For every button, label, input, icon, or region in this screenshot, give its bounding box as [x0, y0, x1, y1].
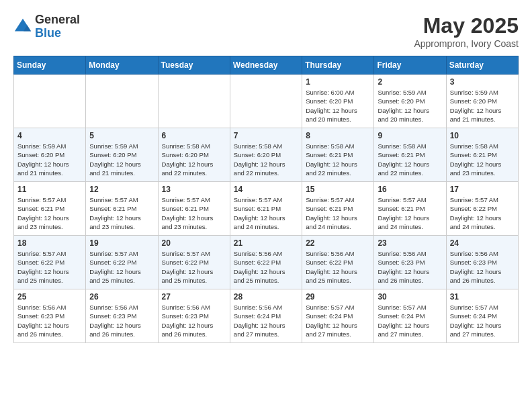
- calendar-cell: 17Sunrise: 5:57 AM Sunset: 6:22 PM Dayli…: [446, 182, 518, 236]
- day-info: Sunrise: 5:56 AM Sunset: 6:23 PM Dayligh…: [89, 303, 154, 338]
- header-day-saturday: Saturday: [446, 56, 518, 75]
- calendar-cell: 27Sunrise: 5:56 AM Sunset: 6:23 PM Dayli…: [158, 289, 230, 343]
- day-number: 4: [17, 131, 82, 140]
- header-day-sunday: Sunday: [14, 56, 86, 75]
- calendar-cell: 7Sunrise: 5:58 AM Sunset: 6:20 PM Daylig…: [230, 128, 302, 182]
- day-number: 23: [378, 238, 442, 248]
- calendar-cell: 3Sunrise: 5:59 AM Sunset: 6:20 PM Daylig…: [446, 75, 518, 128]
- calendar-cell: 21Sunrise: 5:56 AM Sunset: 6:22 PM Dayli…: [230, 236, 302, 289]
- day-info: Sunrise: 5:57 AM Sunset: 6:21 PM Dayligh…: [234, 195, 298, 231]
- calendar-cell: 2Sunrise: 5:59 AM Sunset: 6:20 PM Daylig…: [374, 75, 446, 128]
- calendar-cell: 8Sunrise: 5:58 AM Sunset: 6:21 PM Daylig…: [302, 128, 374, 182]
- day-number: 21: [234, 238, 298, 248]
- header-day-friday: Friday: [374, 56, 446, 75]
- day-info: Sunrise: 5:58 AM Sunset: 6:21 PM Dayligh…: [450, 142, 515, 177]
- calendar-cell: 1Sunrise: 6:00 AM Sunset: 6:20 PM Daylig…: [302, 75, 374, 128]
- day-info: Sunrise: 5:56 AM Sunset: 6:23 PM Dayligh…: [17, 303, 82, 338]
- calendar-cell: 22Sunrise: 5:56 AM Sunset: 6:22 PM Dayli…: [302, 236, 374, 289]
- day-number: 6: [162, 131, 226, 140]
- day-info: Sunrise: 5:58 AM Sunset: 6:20 PM Dayligh…: [162, 142, 226, 177]
- calendar-cell: 31Sunrise: 5:57 AM Sunset: 6:24 PM Dayli…: [446, 289, 518, 343]
- calendar-cell: 30Sunrise: 5:57 AM Sunset: 6:24 PM Dayli…: [374, 289, 446, 343]
- logo-general-text: General: [35, 13, 80, 27]
- logo: General Blue: [13, 13, 80, 40]
- calendar-cell: [86, 75, 158, 128]
- calendar-cell: 19Sunrise: 5:57 AM Sunset: 6:22 PM Dayli…: [86, 236, 158, 289]
- calendar-cell: 26Sunrise: 5:56 AM Sunset: 6:23 PM Dayli…: [86, 289, 158, 343]
- calendar-cell: 4Sunrise: 5:59 AM Sunset: 6:20 PM Daylig…: [14, 128, 86, 182]
- title-block: May 2025 Apprompron, Ivory Coast: [414, 13, 519, 49]
- day-number: 26: [89, 292, 154, 302]
- logo-icon: [13, 17, 32, 36]
- day-info: Sunrise: 5:56 AM Sunset: 6:24 PM Dayligh…: [234, 303, 298, 338]
- day-info: Sunrise: 5:57 AM Sunset: 6:21 PM Dayligh…: [162, 195, 226, 231]
- day-info: Sunrise: 5:57 AM Sunset: 6:21 PM Dayligh…: [89, 195, 154, 231]
- day-number: 17: [450, 185, 515, 194]
- day-number: 25: [17, 292, 82, 302]
- calendar-cell: 24Sunrise: 5:56 AM Sunset: 6:23 PM Dayli…: [446, 236, 518, 289]
- day-number: 14: [234, 185, 298, 194]
- day-info: Sunrise: 5:57 AM Sunset: 6:24 PM Dayligh…: [306, 303, 370, 338]
- day-info: Sunrise: 5:57 AM Sunset: 6:22 PM Dayligh…: [89, 249, 154, 285]
- calendar-week-4: 18Sunrise: 5:57 AM Sunset: 6:22 PM Dayli…: [14, 236, 519, 289]
- day-info: Sunrise: 5:59 AM Sunset: 6:20 PM Dayligh…: [89, 142, 154, 177]
- calendar-cell: 10Sunrise: 5:58 AM Sunset: 6:21 PM Dayli…: [446, 128, 518, 182]
- header-day-wednesday: Wednesday: [230, 56, 302, 75]
- day-number: 15: [306, 185, 370, 194]
- calendar-body: 1Sunrise: 6:00 AM Sunset: 6:20 PM Daylig…: [14, 75, 519, 343]
- day-info: Sunrise: 5:56 AM Sunset: 6:23 PM Dayligh…: [378, 249, 442, 285]
- day-info: Sunrise: 5:57 AM Sunset: 6:21 PM Dayligh…: [306, 195, 370, 231]
- calendar-cell: [14, 75, 86, 128]
- day-number: 22: [306, 238, 370, 248]
- calendar-week-5: 25Sunrise: 5:56 AM Sunset: 6:23 PM Dayli…: [14, 289, 519, 343]
- day-number: 1: [306, 77, 370, 87]
- day-number: 9: [378, 131, 442, 140]
- day-info: Sunrise: 5:58 AM Sunset: 6:21 PM Dayligh…: [378, 142, 442, 177]
- day-number: 18: [17, 238, 82, 248]
- day-info: Sunrise: 5:57 AM Sunset: 6:22 PM Dayligh…: [162, 249, 226, 285]
- day-info: Sunrise: 5:57 AM Sunset: 6:21 PM Dayligh…: [378, 195, 442, 231]
- day-info: Sunrise: 5:57 AM Sunset: 6:24 PM Dayligh…: [378, 303, 442, 338]
- day-number: 12: [89, 185, 154, 194]
- calendar-cell: 9Sunrise: 5:58 AM Sunset: 6:21 PM Daylig…: [374, 128, 446, 182]
- day-number: 27: [162, 292, 226, 302]
- day-info: Sunrise: 5:58 AM Sunset: 6:20 PM Dayligh…: [234, 142, 298, 177]
- calendar-cell: 14Sunrise: 5:57 AM Sunset: 6:21 PM Dayli…: [230, 182, 302, 236]
- day-info: Sunrise: 5:59 AM Sunset: 6:20 PM Dayligh…: [17, 142, 82, 177]
- day-number: 5: [89, 131, 154, 140]
- header-day-tuesday: Tuesday: [158, 56, 230, 75]
- day-number: 28: [234, 292, 298, 302]
- calendar-table: SundayMondayTuesdayWednesdayThursdayFrid…: [13, 56, 519, 343]
- calendar-cell: 11Sunrise: 5:57 AM Sunset: 6:21 PM Dayli…: [14, 182, 86, 236]
- day-number: 3: [450, 77, 515, 87]
- day-number: 19: [89, 238, 154, 248]
- page-header: General Blue May 2025 Apprompron, Ivory …: [13, 13, 519, 49]
- day-info: Sunrise: 5:58 AM Sunset: 6:21 PM Dayligh…: [306, 142, 370, 177]
- location-subtitle: Apprompron, Ivory Coast: [414, 38, 519, 49]
- day-number: 30: [378, 292, 442, 302]
- calendar-week-2: 4Sunrise: 5:59 AM Sunset: 6:20 PM Daylig…: [14, 128, 519, 182]
- day-number: 29: [306, 292, 370, 302]
- calendar-cell: 29Sunrise: 5:57 AM Sunset: 6:24 PM Dayli…: [302, 289, 374, 343]
- day-info: Sunrise: 5:57 AM Sunset: 6:24 PM Dayligh…: [450, 303, 515, 338]
- day-number: 11: [17, 185, 82, 194]
- calendar-cell: 5Sunrise: 5:59 AM Sunset: 6:20 PM Daylig…: [86, 128, 158, 182]
- day-info: Sunrise: 5:56 AM Sunset: 6:23 PM Dayligh…: [162, 303, 226, 338]
- logo-text: General Blue: [35, 13, 80, 40]
- calendar-cell: 28Sunrise: 5:56 AM Sunset: 6:24 PM Dayli…: [230, 289, 302, 343]
- day-info: Sunrise: 5:57 AM Sunset: 6:22 PM Dayligh…: [17, 249, 82, 285]
- header-day-monday: Monday: [86, 56, 158, 75]
- calendar-cell: [230, 75, 302, 128]
- day-number: 24: [450, 238, 515, 248]
- month-title: May 2025: [414, 13, 519, 38]
- calendar-week-1: 1Sunrise: 6:00 AM Sunset: 6:20 PM Daylig…: [14, 75, 519, 128]
- day-info: Sunrise: 5:56 AM Sunset: 6:23 PM Dayligh…: [450, 249, 515, 285]
- calendar-cell: 13Sunrise: 5:57 AM Sunset: 6:21 PM Dayli…: [158, 182, 230, 236]
- day-number: 31: [450, 292, 515, 302]
- day-info: Sunrise: 5:57 AM Sunset: 6:22 PM Dayligh…: [450, 195, 515, 231]
- calendar-cell: 20Sunrise: 5:57 AM Sunset: 6:22 PM Dayli…: [158, 236, 230, 289]
- calendar-cell: 12Sunrise: 5:57 AM Sunset: 6:21 PM Dayli…: [86, 182, 158, 236]
- day-number: 13: [162, 185, 226, 194]
- calendar-week-3: 11Sunrise: 5:57 AM Sunset: 6:21 PM Dayli…: [14, 182, 519, 236]
- day-number: 20: [162, 238, 226, 248]
